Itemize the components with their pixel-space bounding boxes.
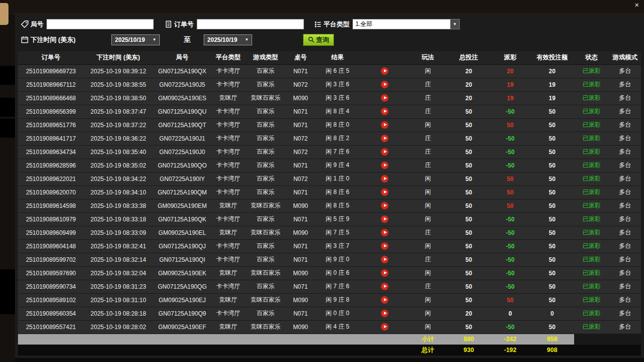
table-row[interactable]: 2510190895603542025-10-19 08:28:18GN0712… <box>18 307 641 320</box>
table-row[interactable]: 2510190896041482025-10-19 08:32:41GN0712… <box>18 239 641 253</box>
table-row[interactable]: 2510190896563992025-10-19 08:37:47GN0712… <box>18 105 641 118</box>
play-icon[interactable] <box>381 108 388 115</box>
cell-play: 庄 <box>408 105 447 118</box>
cell-replay[interactable] <box>360 185 408 199</box>
cell-replay[interactable] <box>360 159 408 172</box>
play-icon[interactable] <box>381 202 388 209</box>
play-icon[interactable] <box>381 188 388 196</box>
cell-round-id: GN07125A190QM <box>153 185 212 199</box>
cell-game-type: 百家乐 <box>245 105 287 118</box>
cell-round-id: GN07125A190QO <box>153 159 212 172</box>
cell-round-id: GM09025A190EL <box>153 226 212 239</box>
table-row[interactable]: 2510190896664682025-10-19 08:38:50GM0902… <box>18 91 641 105</box>
table-row[interactable]: 2510190896697232025-10-19 08:39:12GN0712… <box>18 64 641 78</box>
table-row[interactable]: 2510190895907342025-10-19 08:31:23GN0712… <box>18 280 641 293</box>
table-row[interactable]: 2510190896517762025-10-19 08:37:22GN0712… <box>18 118 641 132</box>
table-row[interactable]: 2510190896200702025-10-19 08:34:10GN0712… <box>18 185 641 199</box>
cell-play: 庄 <box>408 78 447 91</box>
cell-replay[interactable] <box>360 239 408 253</box>
round-input[interactable] <box>46 19 154 29</box>
order-input[interactable] <box>197 19 304 29</box>
cell-replay[interactable] <box>360 78 408 91</box>
query-button[interactable]: 查询 <box>303 34 334 46</box>
cell-order-id: 251019089609499 <box>18 226 84 239</box>
cell-game-mode: 多台 <box>609 172 641 185</box>
cell-valid-bet: 50 <box>530 132 574 145</box>
date-to-picker[interactable]: 2025/10/19 ▼ <box>204 34 252 45</box>
cell-bet-time: 2025-10-19 08:32:04 <box>84 266 153 280</box>
cell-replay[interactable] <box>360 280 408 293</box>
cell-replay[interactable] <box>360 64 408 78</box>
cell-replay[interactable] <box>360 172 408 185</box>
play-icon[interactable] <box>381 283 388 290</box>
cell-play: 庄 <box>408 253 447 266</box>
round-label: 局号 <box>30 20 43 29</box>
total-spacer <box>18 345 408 356</box>
play-icon[interactable] <box>381 310 388 317</box>
cell-replay[interactable] <box>360 91 408 105</box>
cell-game-type: 百家乐 <box>245 307 287 320</box>
play-icon[interactable] <box>381 229 388 236</box>
cell-replay[interactable] <box>360 118 408 132</box>
cell-total-bet: 50 <box>447 212 490 226</box>
total-total-bet: 930 <box>447 345 490 356</box>
play-icon[interactable] <box>381 135 388 142</box>
chevron-down-icon: ▼ <box>152 37 156 42</box>
cell-result: 闲 6 庄 5 <box>315 64 360 78</box>
play-icon[interactable] <box>381 67 388 75</box>
play-icon[interactable] <box>381 162 388 169</box>
table-row[interactable]: 2510190896671122025-10-19 08:38:55GN0722… <box>18 78 641 91</box>
play-icon[interactable] <box>381 148 388 156</box>
date-from-picker[interactable]: 2025/10/19 ▼ <box>111 34 160 45</box>
table-row[interactable]: 2510190896220212025-10-19 08:34:22GN0722… <box>18 172 641 185</box>
play-icon[interactable] <box>381 121 388 129</box>
cell-replay[interactable] <box>360 212 408 226</box>
table-row[interactable]: 2510190895997022025-10-19 08:32:14GN0712… <box>18 253 641 266</box>
platform-select[interactable]: 1.全部 ▼ <box>352 19 460 29</box>
play-icon[interactable] <box>381 215 388 223</box>
side-tab[interactable] <box>0 3 8 25</box>
cell-valid-bet: 50 <box>530 199 574 212</box>
cell-replay[interactable] <box>360 199 408 212</box>
cell-replay[interactable] <box>360 320 408 334</box>
close-icon[interactable]: × <box>635 0 639 9</box>
table-row[interactable]: 2510190896285962025-10-19 08:35:02GN0712… <box>18 159 641 172</box>
table-row[interactable]: 2510190896145982025-10-19 08:33:38GM0902… <box>18 199 641 212</box>
bet-history-table: 订单号 下注时间 (美东) 局号 平台类型 游戏类型 桌号 结果 玩法 总投注 … <box>18 51 641 356</box>
date-to-value: 2025/10/19 <box>207 36 237 43</box>
table-row[interactable]: 2510190896347342025-10-19 08:35:40GN0722… <box>18 145 641 159</box>
cell-replay[interactable] <box>360 266 408 280</box>
play-icon[interactable] <box>381 94 388 102</box>
table-row[interactable]: 2510190896417172025-10-19 08:36:22GN0722… <box>18 132 641 145</box>
cell-bet-time: 2025-10-19 08:28:18 <box>84 307 153 320</box>
table-row[interactable]: 2510190895976902025-10-19 08:32:04GM0902… <box>18 266 641 280</box>
background-block <box>0 119 15 138</box>
play-icon[interactable] <box>381 323 388 331</box>
play-icon[interactable] <box>381 296 388 304</box>
table-row[interactable]: 2510190895574212025-10-19 08:28:02GM0902… <box>18 320 641 334</box>
play-icon[interactable] <box>381 256 388 263</box>
table-row[interactable]: 2510190895891022025-10-19 08:31:10GM0902… <box>18 293 641 307</box>
table-row[interactable]: 2510190896094992025-10-19 08:33:09GM0902… <box>18 226 641 239</box>
table-row[interactable]: 2510190896109792025-10-19 08:33:18GN0712… <box>18 212 641 226</box>
cell-platform: 卡卡湾厅 <box>212 307 245 320</box>
cell-total-bet: 20 <box>447 91 490 105</box>
cell-replay[interactable] <box>360 105 408 118</box>
cell-replay[interactable] <box>360 293 408 307</box>
cell-replay[interactable] <box>360 253 408 266</box>
cell-replay[interactable] <box>360 145 408 159</box>
cell-round-id: GN07225A190IY <box>153 172 212 185</box>
cell-replay[interactable] <box>360 226 408 239</box>
cell-order-id: 251019089622021 <box>18 172 84 185</box>
cell-replay[interactable] <box>360 132 408 145</box>
play-icon[interactable] <box>381 269 388 277</box>
play-icon[interactable] <box>381 242 388 250</box>
cell-status: 已派彩 <box>574 172 609 185</box>
cell-valid-bet: 50 <box>530 320 574 334</box>
cell-payout: -50 <box>490 132 530 145</box>
cell-play: 庄 <box>408 91 447 105</box>
play-icon[interactable] <box>381 175 388 182</box>
play-icon[interactable] <box>381 81 388 88</box>
cell-replay[interactable] <box>360 307 408 320</box>
cell-status: 已派彩 <box>574 293 609 307</box>
